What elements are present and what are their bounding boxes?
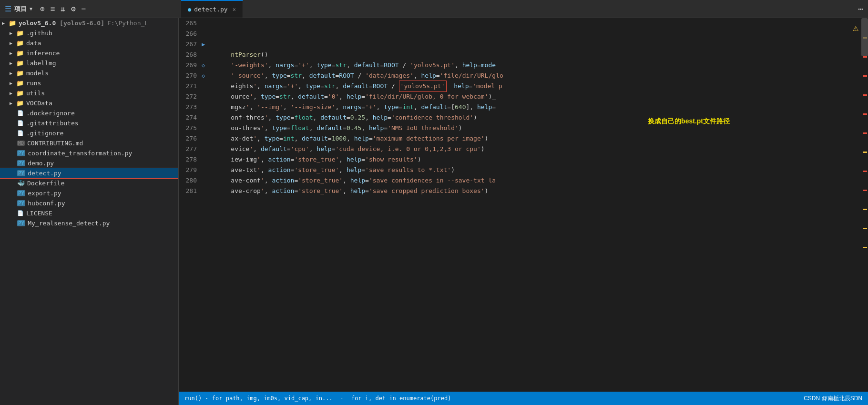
sidebar-item-export[interactable]: PY export.py [0,188,178,198]
github-label: .github [26,30,52,37]
project-label[interactable]: 项目 [14,5,27,13]
sidebar-item-runs[interactable]: ▶ 📁 runs [0,78,178,88]
line-numbers: 265 266 267 268 269 270 271 272 273 274 … [179,18,202,392]
code-line-279: ave-txt', action='store_true', help='sav… [216,165,861,175]
bp-270: ◇ [202,71,210,81]
export-label: export.py [28,190,61,197]
collapse-icon[interactable]: ⇊ [61,4,65,13]
sidebar-item-dockerfile[interactable]: 🐳 Dockerfile [0,178,178,188]
code-line-281: ave-crop', action='store_true', help='sa… [216,186,861,196]
bp-266 [202,29,210,39]
tab-file-icon: ● [188,6,191,13]
demo-label: demo.py [28,160,54,167]
more-icon: ⋯ [858,4,863,14]
runs-expand-arrow: ▶ [10,81,14,86]
bp-279 [202,165,210,175]
models-label: models [26,70,49,77]
sidebar-item-dockerignore[interactable]: 📄 .dockerignore [0,108,178,118]
data-expand-arrow: ▶ [10,40,14,46]
sidebar-item-demo[interactable]: PY demo.py [0,158,178,168]
utils-folder-icon: 📁 [16,90,24,97]
editor: ⚠ 换成自己的best.pt文件路径 265 266 267 268 269 2… [179,18,868,405]
arrow-indicator-270: ◇ [202,72,205,79]
tab-close-button[interactable]: × [233,6,236,13]
dropdown-arrow-icon[interactable]: ▼ [30,6,32,11]
sidebar-item-utils[interactable]: ▶ 📁 utils [0,88,178,98]
inference-folder-icon: 📁 [16,50,24,57]
sidebar-item-contributing[interactable]: MD CONTRIBUTING.md [0,138,178,148]
root-expand-arrow: ▶ [2,20,7,26]
sidebar-item-myrealsense[interactable]: PY My_realsense_detect.py [0,218,178,228]
line-279: 279 [179,165,197,175]
bp-272 [202,91,210,102]
sidebar-item-data[interactable]: ▶ 📁 data [0,38,178,48]
settings-icon[interactable]: ⚙ [71,4,76,13]
sidebar-root[interactable]: ▶ 📁 yolov5_6.0 [yolov5-6.0] F:\Python_L [0,18,178,28]
gitignore-label: .gitignore [26,130,63,137]
list-icon[interactable]: ≡ [51,4,55,13]
scroll-mark-12 [863,247,867,248]
dockerfile-label: Dockerfile [27,180,64,187]
sidebar-item-gitignore[interactable]: 📄 .gitignore [0,128,178,138]
line-270: 270 [179,71,197,81]
bp-268 [202,50,210,60]
line-273: 273 [179,102,197,112]
scrollbar-hints [861,18,868,392]
sidebar-item-hubconf[interactable]: PY hubconf.py [0,198,178,208]
line-272: 272 [179,91,197,102]
code-line-276: ax-det', type=int, default=1000, help='m… [216,133,861,144]
coordinate-file-icon: PY [17,150,25,156]
code-line-273: mgsz', '--img', '--img-size', nargs='+',… [216,102,861,112]
code-line-271: eights', nargs='+', type=str, default=RO… [216,81,861,91]
code-line-270: '-source', type=str, default=ROOT / 'dat… [216,71,861,81]
vocdata-expand-arrow: ▶ [10,101,14,106]
line-268: 268 [179,50,197,60]
tab-detect-py[interactable]: ● detect.py × [181,0,243,18]
sidebar-item-coordinate[interactable]: PY coordinate_transformation.py [0,148,178,158]
csdn-label: CSDN @南栀北辰SDN [804,395,862,403]
sidebar-item-vocdata[interactable]: ▶ 📁 VOCData [0,98,178,108]
line-275: 275 [179,123,197,133]
add-icon[interactable]: ⊕ [40,4,45,13]
sidebar-item-gitattributes[interactable]: 📄 .gitattributes [0,118,178,128]
code-line-274: onf-thres', type=float, default=0.25, he… [216,112,861,123]
sidebar-item-github[interactable]: ▶ 📁 .github [0,28,178,38]
coordinate-label: coordinate_transformation.py [28,150,132,157]
code-line-268: ntParser() [216,50,861,60]
highlighted-yolov5s: 'yolov5s.pt' [399,81,447,92]
export-file-icon: PY [17,190,25,196]
myrealsense-file-icon: PY [17,220,25,226]
line-274: 274 [179,112,197,123]
labellmg-expand-arrow: ▶ [10,61,14,66]
sidebar: ▶ 📁 yolov5_6.0 [yolov5-6.0] F:\Python_L … [0,18,179,405]
labellmg-folder-icon: 📁 [16,60,24,67]
bp-276 [202,133,210,144]
code-line-272: ource', type=str, default='0', help='fil… [216,91,861,102]
scrollbar-thumb[interactable] [861,18,868,56]
code-line-280: ave-conf', action='store_true', help='sa… [216,175,861,186]
github-folder-icon: 📁 [16,30,24,37]
minus-icon[interactable]: − [82,4,86,13]
contributing-file-icon: MD [17,141,25,146]
editor-content: 265 266 267 268 269 270 271 272 273 274 … [179,18,868,392]
sidebar-item-license[interactable]: 📄 LICENSE [0,208,178,218]
bp-274 [202,112,210,123]
sidebar-item-inference[interactable]: ▶ 📁 inference [0,48,178,58]
line-281: 281 [179,186,197,196]
root-folder-icon: 📁 [9,20,16,27]
sidebar-item-detect[interactable]: PY detect.py [0,168,178,178]
warning-icon: ⚠ [853,22,858,33]
line-276: 276 [179,133,197,144]
sidebar-item-models[interactable]: ▶ 📁 models [0,68,178,78]
bp-269: ◇ [202,60,210,71]
more-options-button[interactable]: ⋯ [858,4,868,14]
arrow-indicator-267: ▶ [202,41,205,48]
utils-label: utils [26,90,45,97]
scroll-mark-6 [863,132,867,134]
runs-label: runs [26,80,41,87]
detect-label: detect.py [28,170,61,177]
bp-column: ▶ ◇ ◇ [202,18,210,392]
sidebar-item-labellmg[interactable]: ▶ 📁 labellmg [0,58,178,68]
scroll-mark-10 [863,209,867,210]
code-area[interactable]: ntParser() '-weights', nargs='+', type=s… [210,18,861,392]
